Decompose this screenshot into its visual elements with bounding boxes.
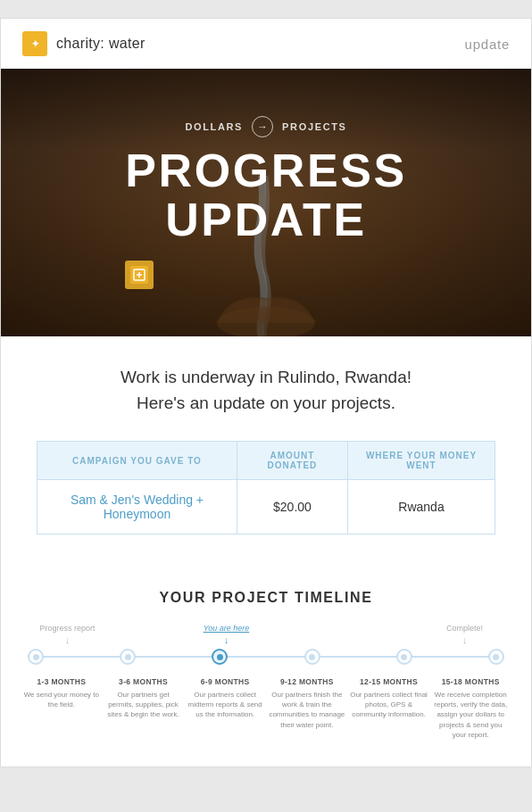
month-desc-5: We receive completion reports, verify th… (431, 690, 510, 740)
timeline-arrow-0: ↓ (28, 634, 107, 645)
timeline-node-0 (28, 649, 44, 665)
logo-area: ✦ charity: water (22, 31, 145, 56)
body-content: Work is underway in Rulindo, Rwanda! Her… (1, 336, 531, 581)
logo-text: charity: water (56, 36, 145, 52)
timeline-arrow-3 (266, 634, 345, 645)
hero-bottom-logo-icon (125, 261, 154, 289)
timeline-months-row: 1-3 MONTHSWe send your money to the fiel… (22, 677, 510, 740)
charity-water-logo-icon: ✦ (22, 31, 47, 56)
timeline-month-item-2: 6-9 MONTHSOur partners collect midterm r… (186, 677, 264, 740)
timeline-nodes (28, 649, 504, 665)
month-range-1: 3-6 MONTHS (104, 677, 183, 686)
timeline-label-2: You are here (187, 624, 266, 633)
col-campaign-header: CAMPAIGN YOU GAVE TO (37, 442, 237, 480)
svg-text:✦: ✦ (31, 38, 39, 49)
col-amount-header: AMOUNT DONATED (237, 442, 347, 480)
timeline-label-1 (107, 624, 187, 633)
hero-section: DOLLARS → PROJECTS PROGRESS UPDATE (1, 69, 531, 336)
timeline-title: YOUR PROJECT TIMELINE (22, 590, 510, 606)
hero-arrow-circle-icon: → (252, 116, 273, 137)
intro-text: Work is underway in Rulindo, Rwanda! Her… (37, 365, 495, 416)
table-cell-amount: $20.00 (237, 480, 347, 534)
month-range-4: 12-15 MONTHS (350, 677, 428, 686)
table-cell-location: Rwanda (347, 480, 495, 534)
timeline-month-item-1: 3-6 MONTHSOur partners get permits, supp… (104, 677, 183, 740)
timeline-month-item-3: 9-12 MONTHSOur partners finish the work … (268, 677, 346, 740)
month-desc-0: We send your money to the field. (22, 690, 101, 709)
timeline-label-3 (266, 624, 345, 633)
month-desc-4: Our partners collect final photos, GPS &… (350, 690, 428, 720)
timeline-node-3 (304, 649, 320, 665)
timeline-arrow-5: ↓ (425, 634, 504, 645)
header-update-label: update (465, 37, 510, 52)
month-desc-1: Our partners get permits, supplies, pick… (104, 690, 183, 720)
month-range-2: 6-9 MONTHS (186, 677, 264, 686)
timeline-node-2 (212, 649, 228, 665)
table-cell-campaign: Sam & Jen's Wedding + Honeymoon (37, 480, 237, 534)
timeline-arrows-row: ↓ ↓ ↓ (22, 634, 510, 645)
hero-dollars-label: DOLLARS (185, 121, 243, 132)
timeline-arrow-2: ↓ (187, 634, 266, 645)
hero-title: PROGRESS UPDATE (125, 146, 407, 244)
timeline-arrow-4 (345, 634, 425, 645)
timeline-track (22, 649, 510, 665)
campaign-link[interactable]: Sam & Jen's Wedding + Honeymoon (71, 493, 204, 521)
month-range-3: 9-12 MONTHS (268, 677, 346, 686)
timeline-node-4 (396, 649, 412, 665)
timeline-section: YOUR PROJECT TIMELINE Progress report Yo… (1, 581, 531, 766)
timeline-node-5 (488, 649, 504, 665)
timeline-month-item-0: 1-3 MONTHSWe send your money to the fiel… (22, 677, 101, 740)
col-location-header: WHERE YOUR MONEY WENT (347, 442, 495, 480)
timeline-label-5: Complete! (425, 624, 504, 633)
hero-projects-label: PROJECTS (282, 121, 347, 132)
timeline-month-item-5: 15-18 MONTHSWe receive completion report… (431, 677, 510, 740)
timeline-labels-row: Progress report You are here Complete! (22, 624, 510, 633)
timeline-node-1 (120, 649, 136, 665)
timeline-label-0: Progress report (28, 624, 107, 633)
donation-table: CAMPAIGN YOU GAVE TO AMOUNT DONATED WHER… (37, 441, 495, 534)
timeline-arrow-1 (107, 634, 187, 645)
month-desc-3: Our partners finish the work & train the… (268, 690, 346, 730)
month-range-5: 15-18 MONTHS (431, 677, 510, 686)
hero-content: DOLLARS → PROJECTS PROGRESS UPDATE (125, 116, 407, 288)
table-header-row: CAMPAIGN YOU GAVE TO AMOUNT DONATED WHER… (37, 442, 495, 480)
email-container: ✦ charity: water update DOLLARS → PROJEC… (0, 18, 532, 767)
timeline-label-4 (345, 624, 425, 633)
month-desc-2: Our partners collect midterm reports & s… (186, 690, 264, 720)
hero-subtitle-row: DOLLARS → PROJECTS (125, 116, 407, 137)
month-range-0: 1-3 MONTHS (22, 677, 101, 686)
table-row: Sam & Jen's Wedding + Honeymoon $20.00 R… (37, 480, 495, 534)
timeline-month-item-4: 12-15 MONTHSOur partners collect final p… (350, 677, 428, 740)
email-header: ✦ charity: water update (1, 19, 531, 69)
